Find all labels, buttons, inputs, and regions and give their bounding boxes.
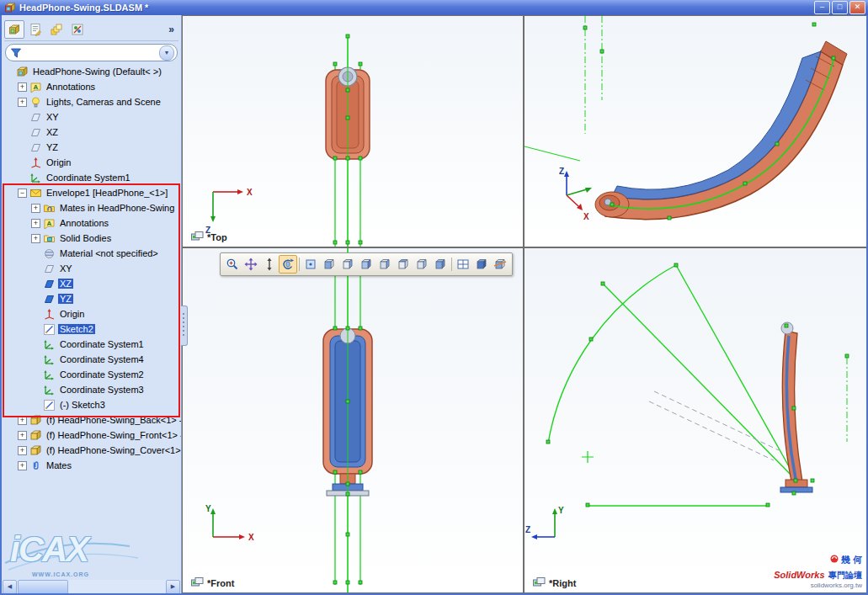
forum-suffix: 專門論壇 (828, 571, 862, 580)
minimize-button[interactable]: – (814, 1, 830, 14)
scroll-left-button[interactable]: ◀ (3, 580, 17, 593)
view-right-button[interactable] (375, 255, 394, 274)
construction-lines (585, 16, 602, 134)
tree-item-annotations[interactable]: +AAnnotations (2, 79, 180, 94)
viewport-canvas-top[interactable]: X Z (183, 16, 523, 247)
plane-icon (43, 263, 56, 275)
tree-item-f-headphone-swing-back-1[interactable]: +(f) HeadPhone-Swing_Back<1> -> (2, 412, 180, 428)
filter-row: ▼ (5, 44, 178, 61)
viewport-canvas-front[interactable]: Y X (183, 248, 523, 592)
view-normal-to-button[interactable] (301, 255, 320, 274)
tree-item-xy[interactable]: XY (2, 109, 180, 125)
tree-item-sketch2[interactable]: Sketch2 (2, 321, 180, 337)
plane-icon (29, 126, 42, 139)
tree-item-coordinate-system1[interactable]: Coordinate System1 (2, 170, 180, 185)
tree-item-label: Envelope1 [HeadPhone_<1>] (45, 188, 169, 198)
rotate-view-button[interactable] (279, 255, 297, 274)
plane-icon (29, 111, 42, 124)
expand-toggle[interactable]: + (31, 219, 40, 228)
close-button[interactable]: ✕ (849, 1, 865, 14)
tree-item-xy[interactable]: XY (2, 261, 180, 276)
expand-toggle[interactable]: + (18, 431, 27, 440)
zoom-to-fit-button[interactable] (223, 255, 242, 274)
scroll-right-button[interactable]: ▶ (166, 580, 180, 593)
expand-toggle[interactable]: + (18, 82, 27, 92)
expand-toggle[interactable]: + (18, 416, 27, 425)
panel-toolbar: » (4, 19, 178, 41)
tree-item-label: Origin (58, 309, 86, 319)
triad-right: Y Z (525, 506, 564, 539)
zoom-in-out-button[interactable] (260, 255, 279, 274)
tree-item-label: Annotations (58, 218, 110, 228)
view-label-icon (191, 231, 204, 242)
tree-item-coordinate-system3[interactable]: Coordinate System3 (2, 382, 180, 397)
tree-item-material-not-specified[interactable]: Material <not specified> (2, 246, 180, 261)
tree-item-label: (f) HeadPhone-Swing_Front<1> -> (45, 430, 182, 440)
filter-funnel-icon (10, 47, 22, 59)
tree-item-origin[interactable]: Origin (2, 306, 180, 321)
tree-item-coordinate-system4[interactable]: Coordinate System4 (2, 352, 180, 367)
propertymanager-tab[interactable] (25, 20, 45, 39)
expand-toggle[interactable]: − (18, 189, 27, 198)
tree-item-label: XY (45, 112, 61, 122)
tree-item-annotations[interactable]: +AAnnotations (2, 215, 180, 231)
tree-item-f-headphone-swing-front-1[interactable]: +(f) HeadPhone-Swing_Front<1> -> (2, 428, 180, 443)
featuremanager-tab[interactable] (4, 20, 24, 39)
view-bottom-button[interactable] (413, 255, 431, 274)
dimxpert-tab[interactable] (67, 20, 88, 39)
tree-item-envelope1-headphone-1[interactable]: −Envelope1 [HeadPhone_<1>] (2, 185, 180, 200)
plane-sel-icon (43, 278, 56, 290)
view-front-button[interactable] (320, 255, 338, 274)
tree-item-origin[interactable]: Origin (2, 155, 180, 170)
scroll-thumb[interactable] (18, 580, 68, 593)
view-isometric-button[interactable] (431, 255, 450, 274)
view-top-button[interactable] (394, 255, 413, 274)
configurationmanager-tab[interactable] (46, 20, 67, 39)
part-icon (29, 444, 42, 457)
tree-item-sketch3[interactable]: (-) Sketch3 (2, 397, 180, 412)
panel-splitter-handle[interactable] (181, 305, 188, 346)
icax-brand: iCAX (10, 529, 88, 570)
tree-item-yz[interactable]: YZ (2, 291, 180, 306)
section-view-button[interactable] (491, 255, 509, 274)
viewport-layout-button[interactable] (454, 255, 472, 274)
tree-item-solid-bodies[interactable]: +Solid Bodies (2, 231, 180, 246)
expand-toggle[interactable]: + (18, 446, 27, 455)
viewport-canvas-isometric[interactable]: Z X (525, 16, 866, 247)
csys-icon (43, 369, 56, 381)
filter-combobox[interactable]: ▼ (5, 44, 178, 61)
toolbar-overflow-button[interactable]: » (168, 24, 178, 35)
tree-item-mates-in-headphone-swing[interactable]: +Mates in HeadPhone-Swing (2, 200, 180, 215)
tree-item-xz[interactable]: XZ (2, 125, 180, 140)
viewport-front: Y X *Front (183, 248, 523, 592)
viewport-isometric: Z X (525, 16, 866, 247)
scroll-track[interactable] (17, 580, 166, 592)
viewport-canvas-right[interactable]: Y Z (525, 248, 866, 592)
tree-item-headphone-swing-default[interactable]: HeadPhone-Swing (Default< >) (2, 64, 180, 79)
forum-brand: SolidWorks (774, 570, 824, 580)
display-style-button[interactable] (472, 255, 491, 274)
feature-tree: HeadPhone-Swing (Default< >)+AAnnotation… (2, 64, 180, 473)
tree-item-lights-cameras-and-scene[interactable]: +Lights, Cameras and Scene (2, 94, 180, 109)
matefolder-icon (43, 202, 56, 215)
tree-item-label: Lights, Cameras and Scene (45, 97, 162, 107)
expand-toggle[interactable]: + (31, 234, 40, 243)
expand-toggle[interactable]: + (18, 98, 27, 107)
tree-item-f-headphone-swing-cover-1[interactable]: +(f) HeadPhone-Swing_Cover<1> -> (2, 443, 180, 458)
expand-toggle[interactable]: + (31, 204, 40, 213)
expand-toggle[interactable]: + (18, 461, 27, 470)
tree-item-yz[interactable]: YZ (2, 140, 180, 155)
view-back-button[interactable] (338, 255, 357, 274)
tree-item-label: Solid Bodies (58, 233, 113, 243)
tree-item-mates[interactable]: +Mates (2, 458, 180, 473)
view-left-button[interactable] (357, 255, 375, 274)
toolbar-separator (299, 258, 300, 271)
pan-button[interactable] (242, 255, 260, 274)
maximize-button[interactable]: □ (832, 1, 848, 14)
tree-item-xz[interactable]: XZ (2, 276, 180, 291)
triad-x-label: X (247, 188, 253, 197)
tree-item-coordinate-system2[interactable]: Coordinate System2 (2, 367, 180, 382)
sketch-line (525, 146, 580, 161)
filter-dropdown-button[interactable]: ▼ (159, 45, 174, 61)
tree-item-coordinate-system1[interactable]: Coordinate System1 (2, 337, 180, 352)
